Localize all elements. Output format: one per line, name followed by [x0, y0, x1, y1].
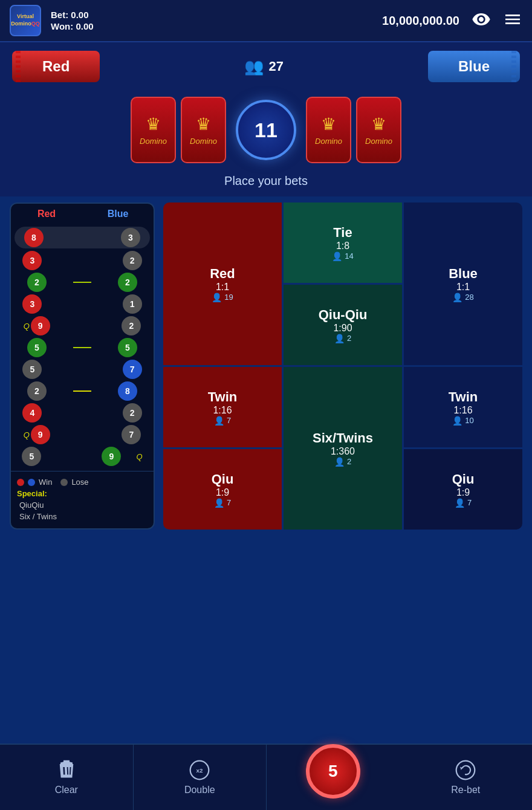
bet-qiu-blue-odds: 1:9 [456, 487, 470, 498]
svg-point-2 [456, 761, 475, 780]
bet-red-cell[interactable]: Red 1:1 👤 19 [163, 202, 282, 365]
bet-six-twins-title: Six/Twins [313, 430, 373, 446]
hist-dot-grn3: 2 [27, 273, 47, 292]
bet-qiu-red-cell[interactable]: Qiu 1:9 👤 7 [163, 449, 282, 530]
bet-blue-cell[interactable]: Blue 1:1 👤 28 [404, 202, 522, 365]
history-row-8: 2 8 [15, 381, 150, 401]
team-bar: Red 👥 27 Blue [0, 42, 532, 91]
red-cards: ♛ Domino ♛ Domino [131, 97, 226, 163]
bet-six-twins-cell[interactable]: Six/Twins 1:360 👤 2 [284, 367, 402, 530]
hist-dot-bl8: 8 [118, 381, 137, 401]
svg-text:x2: x2 [196, 767, 203, 774]
history-row-1: 8 3 [15, 227, 150, 248]
player-icon-six-twins: 👤 [334, 457, 345, 467]
footer-bar: Clear x2 Double 5 Re-bet [0, 744, 532, 810]
history-row-7: 5 7 [15, 360, 150, 379]
trash-icon [57, 759, 76, 781]
history-row-9: 4 2 [15, 403, 150, 423]
bet-qiuqiu-cell[interactable]: Qiu-Qiu 1:90 👤 2 [284, 285, 402, 365]
hist-dot-bl7: 7 [123, 360, 142, 379]
main-content: Red Blue 8 3 3 2 2 2 [0, 196, 532, 536]
history-legend: Win Lose Special: QiuQiu Six / Twins [11, 471, 154, 528]
double-label: Double [184, 785, 215, 795]
betting-grid: Red 1:1 👤 19 Tie 1:8 👤 14 Blue 1:1 👤 28 [163, 202, 522, 530]
player-icon-qiuqiu: 👤 [334, 334, 345, 343]
hist-dot-g2: 2 [123, 251, 142, 270]
history-row-2: 3 2 [15, 251, 150, 270]
history-panel: Red Blue 8 3 3 2 2 2 [10, 202, 155, 530]
rebet-button[interactable]: Re-bet [400, 745, 533, 810]
chip-area[interactable]: 5 [267, 745, 400, 810]
hist-dot-grn11: 9 [102, 447, 121, 466]
header: VirtualDominoQQ Bet: 0.00 Won: 0.00 10,0… [0, 0, 532, 42]
connector-6 [73, 347, 91, 348]
bet-tie-odds: 1:8 [336, 241, 349, 251]
history-header: Red Blue [11, 204, 154, 224]
bet-red-title: Red [210, 266, 235, 282]
special-label: Special: [17, 489, 47, 498]
bet-twin-red-odds: 1:16 [213, 405, 232, 416]
eye-icon[interactable] [472, 10, 491, 31]
player-icon-qiu-blue: 👤 [455, 498, 465, 508]
bet-twin-blue-odds: 1:16 [453, 405, 472, 416]
bet-tie-cell[interactable]: Tie 1:8 👤 14 [284, 202, 402, 283]
bet-qiu-blue-cell[interactable]: Qiu 1:9 👤 7 [404, 449, 522, 530]
clear-label: Clear [55, 785, 78, 795]
bet-qiuqiu-odds: 1:90 [333, 323, 352, 334]
team-red-button[interactable]: Red [12, 51, 100, 82]
bet-twin-blue-players: 👤 10 [452, 416, 473, 426]
team-blue-button[interactable]: Blue [428, 51, 520, 82]
red-card-2: ♛ Domino [181, 97, 226, 163]
bet-qiu-blue-title: Qiu [452, 471, 475, 487]
bet-qiu-red-title: Qiu [212, 471, 234, 487]
crown-icon-4: ♛ [371, 114, 386, 134]
won-value-display: Won: 0.00 [51, 21, 94, 31]
clear-button[interactable]: Clear [0, 745, 134, 810]
hist-dot-g5: 2 [122, 316, 141, 335]
bet-twin-red-cell[interactable]: Twin 1:16 👤 7 [163, 367, 282, 447]
hist-dot-r4: 3 [22, 294, 42, 314]
hist-dot-gray: 3 [121, 228, 140, 247]
bet-blue-odds: 1:1 [456, 282, 470, 293]
bet-red-players: 👤 19 [212, 293, 233, 302]
history-rows-list: 8 3 3 2 2 2 3 1 [11, 224, 154, 471]
bet-qiuqiu-title: Qiu-Qiu [319, 307, 368, 323]
history-red-label: Red [11, 209, 82, 219]
bet-qiu-red-odds: 1:9 [216, 487, 229, 498]
player-icon-twin-red: 👤 [214, 416, 224, 426]
bet-qiu-blue-players: 👤 7 [455, 498, 472, 508]
blue-card-1: ♛ Domino [306, 97, 351, 163]
chip-button[interactable]: 5 [306, 744, 360, 799]
menu-icon[interactable] [503, 10, 522, 31]
special-legend: Special: [17, 489, 148, 498]
hist-dot-r2: 3 [22, 251, 42, 270]
red-card-1: ♛ Domino [131, 97, 176, 163]
lose-dot [60, 479, 68, 486]
hist-dot-gr7: 5 [22, 360, 42, 379]
crown-icon-2: ♛ [196, 114, 211, 134]
bet-six-twins-odds: 1:360 [331, 446, 355, 457]
bet-tie-title: Tie [333, 225, 352, 241]
history-row-3: 2 2 [15, 273, 150, 292]
hist-dot-red: 8 [24, 228, 44, 247]
double-icon: x2 [189, 759, 210, 781]
hist-dot-g9: 2 [123, 403, 142, 423]
double-button[interactable]: x2 Double [134, 745, 267, 810]
history-row-5: Q 9 2 [15, 316, 150, 335]
bet-blue-players: 👤 28 [452, 293, 473, 302]
special-item-2: Six / Twins [19, 512, 57, 521]
bet-red-odds: 1:1 [216, 282, 229, 293]
bet-twin-blue-cell[interactable]: Twin 1:16 👤 10 [404, 367, 522, 447]
crown-icon-1: ♛ [146, 114, 161, 134]
bet-twin-red-title: Twin [208, 389, 237, 405]
cards-area: ♛ Domino ♛ Domino 11 ♛ Domino ♛ Domino [0, 91, 532, 169]
connector-8 [73, 390, 91, 392]
player-icon-qiu-red: 👤 [214, 498, 224, 508]
bet-blue-title: Blue [449, 266, 478, 282]
bet-info: Bet: 0.00 Won: 0.00 [51, 10, 94, 31]
hist-dot-gr11: 5 [22, 447, 41, 466]
win-red-dot [17, 479, 24, 486]
timer-circle: 11 [236, 100, 296, 160]
history-blue-label: Blue [82, 209, 154, 219]
timer-value: 11 [255, 118, 277, 142]
